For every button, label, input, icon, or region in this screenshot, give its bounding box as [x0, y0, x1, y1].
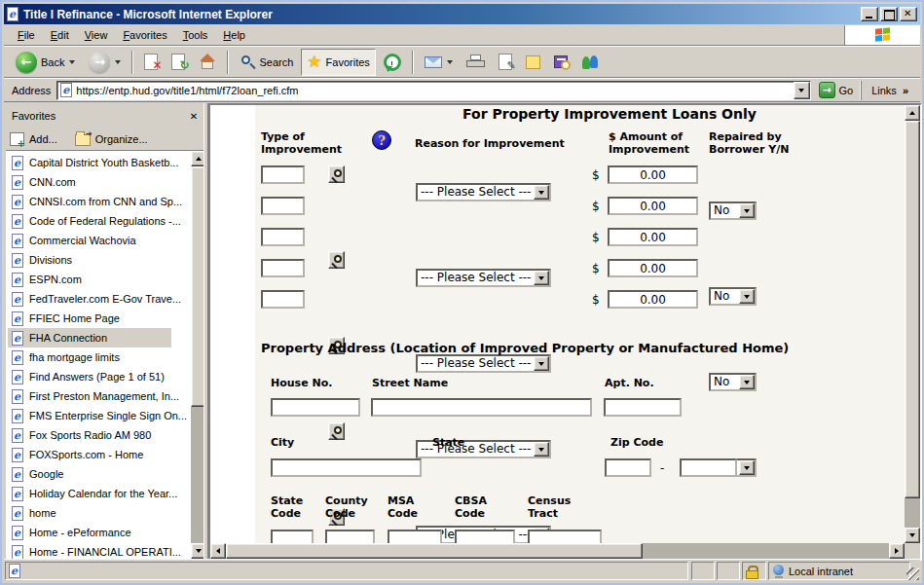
favorite-item-selected[interactable]: FHA Connection	[8, 328, 171, 347]
content-vertical-scrollbar[interactable]	[905, 105, 920, 543]
refresh-button[interactable]: ↻	[166, 49, 191, 76]
minimize-button[interactable]	[861, 7, 878, 21]
add-favorite-button[interactable]: Add...	[10, 132, 57, 146]
menu-edit[interactable]: Edit	[43, 27, 77, 43]
favorites-scrollbar[interactable]	[191, 151, 206, 559]
home-button[interactable]	[193, 49, 222, 76]
discuss-button[interactable]	[520, 49, 546, 76]
select-arrow-icon[interactable]	[739, 203, 755, 218]
amount-input[interactable]	[608, 197, 698, 215]
city-input[interactable]	[271, 458, 422, 477]
maximize-button[interactable]	[880, 7, 898, 21]
scrollbar-thumb[interactable]	[191, 166, 206, 407]
messenger-button[interactable]	[575, 49, 605, 76]
favorite-item[interactable]: Home - FINANCIAL OPERATI...	[8, 542, 181, 559]
links-chevron-icon[interactable]: »	[903, 85, 908, 96]
mail-button[interactable]	[419, 49, 459, 76]
print-button[interactable]	[461, 49, 491, 76]
select-arrow-icon[interactable]	[534, 442, 549, 457]
edit-button[interactable]: ✎	[493, 49, 518, 76]
apt-no-input[interactable]	[604, 398, 682, 417]
mail-dropdown-icon[interactable]	[447, 60, 453, 64]
scrollbar-thumb[interactable]	[905, 121, 920, 498]
favorite-item[interactable]: CNN.com	[8, 172, 76, 192]
select-arrow-icon[interactable]	[739, 375, 755, 389]
type-of-improvement-input[interactable]	[261, 165, 305, 184]
reason-select[interactable]: --- Please Select ---	[416, 354, 551, 373]
select-arrow-icon[interactable]	[534, 185, 549, 200]
street-name-input[interactable]	[371, 398, 592, 417]
amount-input[interactable]	[608, 165, 698, 184]
menu-file[interactable]: File	[10, 27, 43, 43]
type-of-improvement-input[interactable]	[261, 290, 305, 309]
reason-select[interactable]: --- Please Select ---	[416, 269, 551, 287]
favorite-item[interactable]: fha mortgage limits	[8, 347, 120, 367]
type-of-improvement-input[interactable]	[261, 259, 305, 277]
type-of-improvement-input[interactable]	[261, 197, 305, 215]
resize-grip[interactable]	[906, 567, 919, 580]
favorite-item[interactable]: home	[8, 503, 56, 523]
favorite-item[interactable]: ESPN.com	[8, 270, 82, 289]
go-button[interactable]: → Go	[811, 82, 862, 98]
favorites-close-icon[interactable]: ✕	[187, 109, 201, 123]
favorite-item[interactable]: FFIEC Home Page	[8, 309, 120, 328]
search-button[interactable]: Search	[234, 49, 299, 76]
house-no-input[interactable]	[271, 398, 360, 417]
back-button[interactable]: ← Back	[10, 49, 81, 76]
menu-favorites[interactable]: Favorites	[115, 27, 174, 43]
favorite-item[interactable]: FedTraveler.com E-Gov Trave...	[8, 289, 181, 309]
history-button[interactable]	[378, 49, 407, 76]
research-button[interactable]	[548, 49, 573, 76]
forward-button[interactable]: →	[83, 49, 127, 76]
favorite-item[interactable]: CNNSI.com from CNN and Sp...	[8, 192, 182, 211]
links-toolbar[interactable]: Links »	[861, 81, 916, 100]
repaired-select[interactable]: No	[709, 201, 757, 220]
scroll-up-button[interactable]	[191, 151, 206, 166]
amount-input[interactable]	[608, 290, 698, 309]
type-lookup-button[interactable]	[328, 422, 345, 440]
repaired-select[interactable]: No	[709, 287, 757, 306]
favorite-item[interactable]: Fox Sports Radio AM 980	[8, 425, 151, 445]
scroll-right-button[interactable]	[889, 543, 905, 559]
organize-favorites-button[interactable]: Organize...	[75, 132, 148, 146]
select-arrow-icon[interactable]	[534, 271, 549, 285]
address-input[interactable]: https://entp.hud.gov/title1/html/f72loan…	[56, 81, 810, 100]
forward-dropdown-icon[interactable]	[115, 60, 121, 64]
type-of-improvement-input[interactable]	[261, 228, 305, 246]
favorites-button[interactable]: ★ Favorites	[301, 49, 376, 76]
scroll-up-button[interactable]	[905, 105, 920, 121]
scroll-left-button[interactable]	[210, 543, 226, 559]
address-url[interactable]: https://entp.hud.gov/title1/html/f72loan…	[76, 85, 298, 96]
favorite-item[interactable]: FOXSports.com - Home	[8, 445, 143, 464]
type-lookup-button[interactable]	[328, 165, 345, 183]
favorite-item[interactable]: Holiday Calendar for the Year...	[8, 484, 177, 503]
repaired-select[interactable]: No	[709, 373, 757, 391]
favorite-item[interactable]: Find Answers (Page 1 of 51)	[8, 367, 165, 386]
favorite-item[interactable]: Code of Federal Regulations -...	[8, 211, 181, 231]
zip-code-input[interactable]	[605, 458, 651, 477]
scrollbar-thumb[interactable]	[226, 543, 643, 559]
select-arrow-icon[interactable]	[739, 460, 755, 475]
favorite-item[interactable]: Home - ePeformance	[8, 523, 131, 542]
favorite-item[interactable]: Google	[8, 464, 63, 484]
type-lookup-button[interactable]	[328, 251, 345, 269]
menu-tools[interactable]: Tools	[175, 27, 216, 43]
favorite-item[interactable]: Commercial Wachovia	[8, 231, 136, 250]
favorite-item[interactable]: FMS Enterprise Single Sign On...	[8, 406, 187, 425]
favorite-item[interactable]: First Preston Management, In...	[8, 386, 179, 406]
reason-select[interactable]: --- Please Select ---	[416, 183, 551, 201]
favorite-item[interactable]: Divisions	[8, 250, 72, 270]
address-dropdown-button[interactable]	[794, 82, 810, 99]
amount-input[interactable]	[608, 259, 698, 277]
zip-plus4-input[interactable]	[680, 458, 737, 477]
scroll-down-button[interactable]	[191, 543, 206, 559]
content-horizontal-scrollbar[interactable]	[210, 543, 905, 559]
menu-view[interactable]: View	[77, 27, 116, 43]
back-dropdown-icon[interactable]	[69, 60, 75, 64]
favorite-item[interactable]: Capital District Youth Basketb...	[8, 153, 178, 172]
menu-help[interactable]: Help	[215, 27, 253, 43]
help-icon[interactable]: ?	[372, 130, 391, 150]
stop-button[interactable]: ✕	[138, 49, 164, 76]
amount-input[interactable]	[608, 228, 698, 246]
close-button[interactable]	[900, 7, 917, 21]
